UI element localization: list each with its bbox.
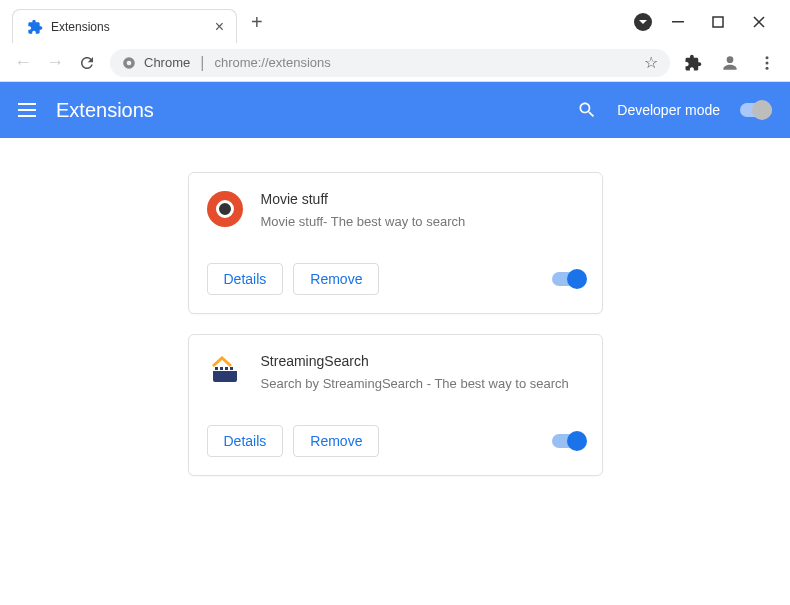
remove-button[interactable]: Remove xyxy=(293,425,379,457)
search-icon[interactable] xyxy=(577,100,597,120)
svg-point-4 xyxy=(727,56,734,63)
omnibox-prefix-text: Chrome xyxy=(144,55,190,70)
maximize-button[interactable] xyxy=(712,16,724,28)
extension-card: StreamingSearch Search by StreamingSearc… xyxy=(188,334,603,476)
details-button[interactable]: Details xyxy=(207,263,284,295)
omnibox-chrome-label: Chrome xyxy=(122,55,190,70)
remove-button[interactable]: Remove xyxy=(293,263,379,295)
tab-title: Extensions xyxy=(51,20,207,34)
extension-name: Movie stuff xyxy=(261,191,584,207)
hamburger-menu-icon[interactable] xyxy=(18,103,36,117)
profile-avatar-icon[interactable] xyxy=(720,53,740,73)
extensions-menu-icon[interactable] xyxy=(684,54,702,72)
window-titlebar: Extensions × + xyxy=(0,0,790,44)
omnibox-url: chrome://extensions xyxy=(214,55,330,70)
browser-tab[interactable]: Extensions × xyxy=(12,9,237,43)
extension-card: Movie stuff Movie stuff- The best way to… xyxy=(188,172,603,314)
page-title: Extensions xyxy=(56,99,154,122)
extension-enable-toggle[interactable] xyxy=(552,434,584,448)
extension-name: StreamingSearch xyxy=(261,353,584,369)
reload-button[interactable] xyxy=(78,54,96,72)
streamingsearch-icon xyxy=(207,353,243,389)
svg-rect-0 xyxy=(672,21,684,23)
minimize-button[interactable] xyxy=(672,16,684,28)
developer-mode-toggle[interactable] xyxy=(740,103,772,117)
svg-rect-13 xyxy=(230,367,233,370)
extension-description: Movie stuff- The best way to search xyxy=(261,213,584,231)
extensions-list: Movie stuff Movie stuff- The best way to… xyxy=(0,138,790,510)
extension-enable-toggle[interactable] xyxy=(552,272,584,286)
extension-icon xyxy=(27,19,43,35)
bookmark-star-icon[interactable]: ☆ xyxy=(644,53,658,72)
movie-stuff-icon xyxy=(207,191,243,227)
tab-close-icon[interactable]: × xyxy=(215,18,224,36)
tab-search-button[interactable] xyxy=(634,13,652,31)
kebab-menu-icon[interactable] xyxy=(758,54,776,72)
omnibox-divider: | xyxy=(200,54,204,72)
svg-rect-1 xyxy=(713,17,723,27)
close-button[interactable] xyxy=(752,15,766,29)
window-controls xyxy=(672,15,766,29)
details-button[interactable]: Details xyxy=(207,425,284,457)
forward-button[interactable]: → xyxy=(46,52,64,73)
svg-point-3 xyxy=(127,60,132,65)
svg-point-7 xyxy=(766,66,769,69)
developer-mode-label: Developer mode xyxy=(617,102,720,118)
chrome-icon xyxy=(122,56,136,70)
address-bar: ← → Chrome | chrome://extensions ☆ xyxy=(0,44,790,82)
svg-rect-10 xyxy=(215,367,218,370)
omnibox[interactable]: Chrome | chrome://extensions ☆ xyxy=(110,49,670,77)
svg-rect-11 xyxy=(220,367,223,370)
svg-rect-12 xyxy=(225,367,228,370)
back-button[interactable]: ← xyxy=(14,52,32,73)
new-tab-button[interactable]: + xyxy=(251,11,263,34)
svg-point-5 xyxy=(766,56,769,59)
svg-point-6 xyxy=(766,61,769,64)
extension-description: Search by StreamingSearch - The best way… xyxy=(261,375,584,393)
extensions-header: Extensions Developer mode xyxy=(0,82,790,138)
